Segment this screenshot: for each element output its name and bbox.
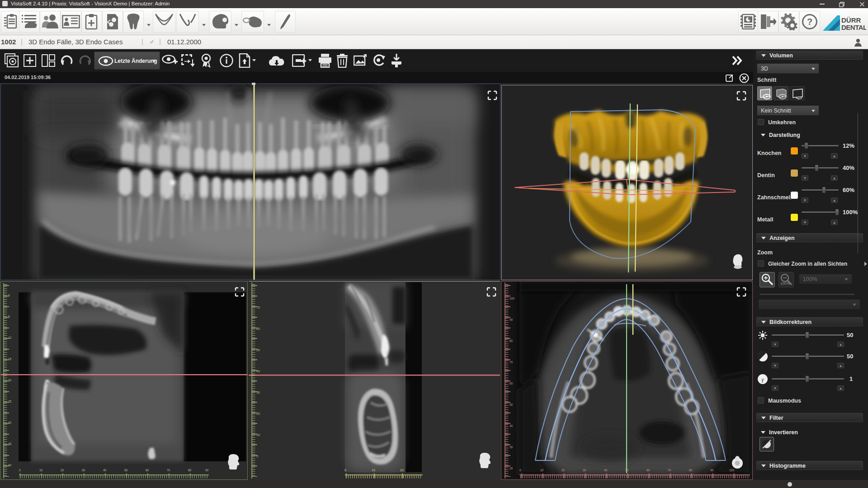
svg-text:40: 40	[509, 424, 513, 427]
svg-text:30: 30	[583, 469, 586, 472]
svg-text:50: 50	[509, 403, 513, 406]
svg-text:20: 20	[400, 469, 404, 472]
svg-text:35: 35	[8, 442, 12, 446]
svg-text:DENTAL: DENTAL	[841, 23, 866, 31]
svg-text:30: 30	[8, 421, 12, 424]
svg-text:90: 90	[509, 318, 513, 321]
svg-text:80: 80	[188, 469, 192, 472]
svg-text:10: 10	[39, 469, 43, 472]
svg-text:70: 70	[167, 469, 170, 472]
svg-text:20: 20	[8, 379, 12, 382]
svg-text:20: 20	[561, 469, 565, 472]
svg-text:30: 30	[509, 446, 513, 449]
svg-text:40: 40	[604, 469, 608, 472]
svg-text:15: 15	[8, 357, 12, 361]
svg-text:γ: γ	[761, 376, 764, 383]
svg-text:50: 50	[124, 469, 128, 472]
svg-text:60: 60	[146, 469, 149, 472]
svg-text:50: 50	[625, 469, 629, 472]
svg-text:10: 10	[540, 469, 544, 472]
svg-text:70: 70	[668, 469, 671, 472]
svg-text:10: 10	[256, 433, 260, 436]
svg-text:40: 40	[8, 464, 12, 467]
svg-text:70: 70	[256, 306, 260, 309]
svg-text:100: 100	[729, 469, 734, 472]
svg-text:0: 0	[519, 469, 521, 472]
svg-text:70: 70	[509, 361, 513, 364]
svg-text:20: 20	[509, 467, 513, 470]
svg-text:0: 0	[344, 469, 346, 472]
svg-text:90: 90	[205, 469, 209, 472]
svg-text:0: 0	[19, 469, 21, 472]
svg-text:80: 80	[509, 339, 513, 343]
svg-text:20: 20	[256, 412, 260, 415]
svg-text:30: 30	[256, 391, 260, 394]
svg-text:0: 0	[8, 294, 10, 297]
svg-text:10: 10	[372, 469, 375, 472]
svg-text:30: 30	[82, 469, 85, 472]
svg-text:?: ?	[807, 17, 812, 27]
svg-text:5: 5	[8, 315, 10, 318]
svg-text:10: 10	[8, 336, 12, 339]
svg-text:80: 80	[689, 469, 693, 472]
svg-text:0: 0	[256, 455, 258, 458]
svg-text:20: 20	[61, 469, 64, 472]
svg-text:40: 40	[103, 469, 107, 472]
svg-text:60: 60	[509, 382, 513, 385]
svg-text:60: 60	[256, 327, 260, 330]
svg-text:50: 50	[256, 348, 260, 352]
svg-text:DÜRR: DÜRR	[841, 16, 861, 24]
svg-text:40: 40	[256, 370, 260, 373]
svg-text:100: 100	[509, 297, 514, 300]
svg-text:90: 90	[710, 469, 714, 472]
svg-text:60: 60	[646, 469, 650, 472]
svg-text:25: 25	[8, 400, 12, 403]
